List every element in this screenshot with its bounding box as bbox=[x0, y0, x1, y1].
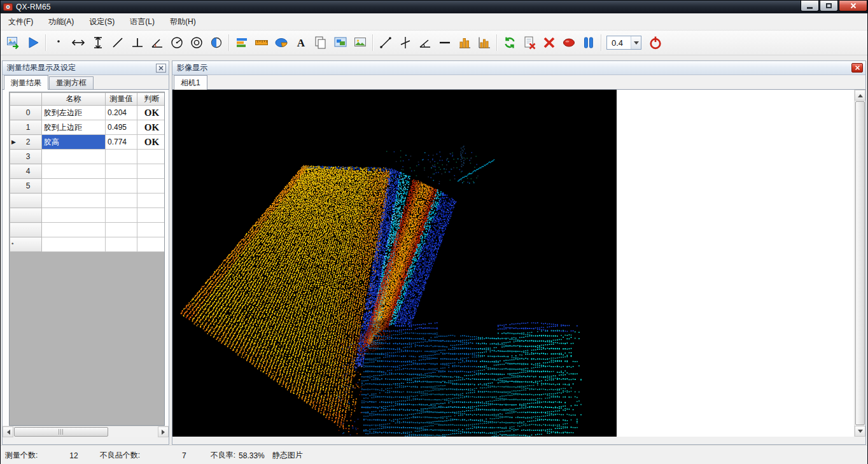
cell-judge[interactable]: OK bbox=[137, 135, 165, 150]
cell-name[interactable] bbox=[42, 237, 106, 252]
menu-settings[interactable]: 设定(S) bbox=[81, 13, 122, 30]
row-header[interactable] bbox=[10, 193, 42, 208]
image-panel-close-button[interactable] bbox=[851, 63, 863, 73]
text-tool-button[interactable]: A bbox=[291, 32, 311, 53]
column-header-value[interactable]: 测量值 bbox=[106, 93, 137, 106]
vertical-scrollbar-thumb[interactable] bbox=[855, 101, 865, 425]
row-header[interactable]: * bbox=[10, 237, 42, 252]
column-header-name[interactable]: 名称 bbox=[42, 93, 106, 106]
delete-all-button[interactable] bbox=[539, 32, 559, 53]
tab-camera-1[interactable]: 相机1 bbox=[174, 75, 207, 90]
cell-value[interactable] bbox=[106, 237, 137, 252]
scroll-right-button[interactable] bbox=[158, 426, 169, 437]
maximize-button[interactable] bbox=[820, 1, 838, 11]
angle-tool-button[interactable] bbox=[147, 32, 167, 53]
circle-tool-button[interactable] bbox=[167, 32, 186, 53]
picture-button[interactable] bbox=[350, 32, 370, 53]
histogram-frame-button[interactable] bbox=[474, 32, 494, 53]
ruler-button[interactable] bbox=[251, 32, 271, 53]
row-header[interactable]: 0 bbox=[10, 106, 42, 120]
clear-results-button[interactable] bbox=[519, 32, 539, 53]
menu-language[interactable]: 语言(L) bbox=[122, 13, 162, 30]
horizontal-measure-button[interactable] bbox=[68, 32, 88, 53]
cell-value[interactable] bbox=[106, 179, 137, 193]
cell-name[interactable] bbox=[42, 208, 106, 223]
cell-judge[interactable] bbox=[137, 179, 165, 193]
cell-value[interactable] bbox=[106, 193, 137, 208]
dropdown-arrow-icon[interactable] bbox=[631, 36, 641, 49]
cell-name[interactable] bbox=[42, 193, 106, 208]
angle-measure-button[interactable] bbox=[415, 32, 435, 53]
level-bars-button[interactable] bbox=[232, 32, 251, 53]
row-header[interactable]: 3 bbox=[10, 150, 42, 164]
menu-help[interactable]: 帮助(H) bbox=[162, 13, 204, 30]
cell-name[interactable] bbox=[42, 150, 106, 164]
title-bar[interactable]: QX-RM65 bbox=[1, 1, 867, 13]
zoom-select[interactable]: 0.4 bbox=[606, 36, 641, 50]
cell-name[interactable] bbox=[42, 223, 106, 237]
scroll-up-button[interactable] bbox=[855, 90, 865, 101]
row-header[interactable]: 5 bbox=[10, 179, 42, 193]
line-tool-button[interactable] bbox=[108, 32, 127, 53]
plumb-line-button[interactable] bbox=[395, 32, 415, 53]
scroll-down-button[interactable] bbox=[855, 426, 865, 437]
cell-judge[interactable]: OK bbox=[137, 120, 165, 135]
cell-judge[interactable] bbox=[137, 150, 165, 164]
pause-button[interactable] bbox=[578, 32, 598, 53]
cell-judge[interactable] bbox=[137, 223, 165, 237]
cell-value[interactable] bbox=[106, 150, 137, 164]
dash-button[interactable] bbox=[435, 32, 454, 53]
cell-value[interactable]: 0.204 bbox=[106, 106, 137, 120]
histogram-button[interactable] bbox=[454, 32, 474, 53]
row-header[interactable]: 4 bbox=[10, 164, 42, 179]
cell-judge[interactable]: OK bbox=[137, 106, 165, 120]
perpendicular-tool-button[interactable] bbox=[127, 32, 147, 53]
measurement-panel-close-button[interactable] bbox=[156, 64, 166, 73]
horizontal-scrollbar-thumb[interactable] bbox=[14, 427, 108, 437]
horizontal-scrollbar[interactable] bbox=[3, 426, 169, 437]
cell-value[interactable]: 0.774 bbox=[106, 135, 137, 150]
run-button[interactable] bbox=[23, 32, 43, 53]
row-header[interactable] bbox=[10, 208, 42, 223]
cell-judge[interactable] bbox=[137, 164, 165, 179]
cell-name[interactable] bbox=[42, 179, 106, 193]
table-corner-header[interactable] bbox=[10, 93, 42, 106]
tab-measure-results[interactable]: 测量结果 bbox=[4, 75, 48, 90]
menu-function[interactable]: 功能(A) bbox=[41, 13, 81, 30]
cell-name[interactable]: 胶到左边距 bbox=[42, 106, 106, 120]
row-header[interactable] bbox=[10, 223, 42, 237]
cell-judge[interactable] bbox=[137, 193, 165, 208]
cell-name[interactable]: 胶到上边距 bbox=[42, 120, 106, 135]
point-cloud-image[interactable] bbox=[172, 90, 617, 437]
row-header[interactable]: ▶2 bbox=[10, 135, 42, 150]
cell-name[interactable] bbox=[42, 164, 106, 179]
ellipse-tool-button[interactable] bbox=[206, 32, 226, 53]
cell-value[interactable] bbox=[106, 164, 137, 179]
open-image-button[interactable] bbox=[3, 32, 23, 53]
cell-judge[interactable] bbox=[137, 237, 165, 252]
concentric-circle-button[interactable] bbox=[186, 32, 206, 53]
snapshot-button[interactable] bbox=[330, 32, 350, 53]
cell-name[interactable]: 胶高 bbox=[42, 135, 106, 150]
close-button[interactable] bbox=[839, 1, 867, 11]
row-header[interactable]: 1 bbox=[10, 120, 42, 135]
minimize-button[interactable] bbox=[801, 1, 819, 11]
copy-button[interactable] bbox=[311, 32, 330, 53]
point-tool-button[interactable] bbox=[48, 32, 68, 53]
cell-judge[interactable] bbox=[137, 208, 165, 223]
pie-button[interactable] bbox=[271, 32, 291, 53]
cell-value[interactable] bbox=[106, 208, 137, 223]
scroll-left-button[interactable] bbox=[3, 426, 13, 437]
measure-line-button[interactable] bbox=[375, 32, 395, 53]
toolbar-separator bbox=[228, 34, 229, 51]
power-button[interactable] bbox=[645, 32, 665, 53]
menu-file[interactable]: 文件(F) bbox=[1, 13, 41, 30]
vertical-measure-button[interactable] bbox=[88, 32, 108, 53]
record-button[interactable] bbox=[559, 32, 578, 53]
cell-value[interactable]: 0.495 bbox=[106, 120, 137, 135]
tab-measure-box[interactable]: 量测方框 bbox=[49, 76, 94, 89]
cell-value[interactable] bbox=[106, 223, 137, 237]
column-header-judge[interactable]: 判断 bbox=[137, 93, 165, 106]
refresh-button[interactable] bbox=[500, 32, 519, 53]
vertical-scrollbar[interactable] bbox=[854, 90, 865, 437]
